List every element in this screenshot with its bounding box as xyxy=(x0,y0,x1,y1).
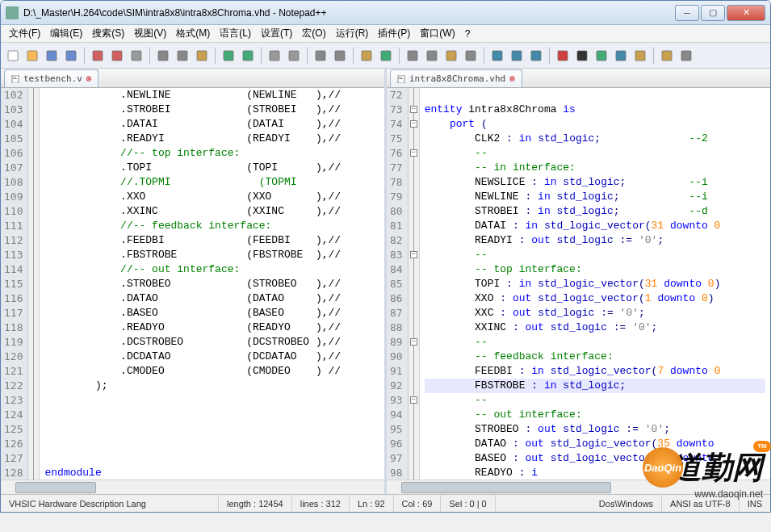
abc-icon[interactable] xyxy=(677,47,695,65)
menu-item[interactable]: 视图(V) xyxy=(129,25,171,42)
menubar: 文件(F)编辑(E)搜索(S)视图(V)格式(M)语言(L)设置(T)宏(O)运… xyxy=(1,25,770,43)
replace-icon[interactable] xyxy=(285,47,303,65)
menu-item[interactable]: 运行(R) xyxy=(331,25,374,42)
svg-rect-14 xyxy=(316,51,325,61)
svg-rect-16 xyxy=(362,51,371,61)
fold-toggle[interactable]: − xyxy=(410,251,417,258)
fold-toggle[interactable]: − xyxy=(410,149,417,157)
svg-rect-10 xyxy=(224,51,233,61)
open-icon[interactable] xyxy=(23,47,41,65)
sync-icon[interactable] xyxy=(358,47,375,65)
menu-item[interactable]: 设置(T) xyxy=(256,25,297,42)
cut-icon[interactable] xyxy=(154,47,172,65)
folder-icon[interactable] xyxy=(442,47,460,65)
status-enc: ANSI as UTF-8 xyxy=(662,495,740,512)
svg-rect-29 xyxy=(635,51,645,61)
fold-column-left[interactable] xyxy=(28,88,40,480)
fold-toggle[interactable]: − xyxy=(410,396,417,404)
status-length: length : 12454 xyxy=(219,495,292,512)
doc-icon[interactable] xyxy=(508,47,526,65)
status-col: Col : 69 xyxy=(394,495,442,512)
rec-icon[interactable] xyxy=(554,47,572,65)
close-button[interactable]: ✕ xyxy=(727,5,765,21)
tab-close-icon[interactable]: ⊗ xyxy=(86,73,92,84)
scroll-thumb[interactable] xyxy=(15,482,96,493)
menu-item[interactable]: 搜索(S) xyxy=(87,25,129,42)
zoomin-icon[interactable] xyxy=(312,47,329,65)
close-icon[interactable] xyxy=(89,47,107,65)
minimize-button[interactable]: ─ xyxy=(675,5,699,21)
zoomout-icon[interactable] xyxy=(331,47,349,65)
ln-icon[interactable] xyxy=(488,47,506,65)
tab-label: testbench.v xyxy=(23,73,82,84)
find-icon[interactable] xyxy=(266,47,283,65)
menu-item[interactable]: 窗口(W) xyxy=(415,25,459,42)
left-pane: testbench.v ⊗ 10210310410510610710810911… xyxy=(1,69,387,494)
line-numbers-left: 1021031041051061071081091101111121131141… xyxy=(1,88,28,480)
save2-icon[interactable] xyxy=(631,47,649,65)
right-pane: intra8x8Chroma.vhd ⊗ 7273747576777879808… xyxy=(387,69,770,494)
copy-icon[interactable] xyxy=(174,47,191,65)
svg-rect-4 xyxy=(93,51,103,61)
tab-testbench[interactable]: testbench.v ⊗ xyxy=(4,69,98,87)
stop-icon[interactable] xyxy=(573,47,591,65)
func-icon[interactable] xyxy=(462,47,480,65)
menu-item[interactable]: 插件(P) xyxy=(373,25,415,42)
paste-icon[interactable] xyxy=(193,47,211,65)
x-icon[interactable] xyxy=(658,47,676,65)
menu-item[interactable]: ? xyxy=(460,27,476,41)
fold-toggle[interactable]: − xyxy=(410,106,417,113)
indent-icon[interactable] xyxy=(423,47,441,65)
tab-intra8x8chroma[interactable]: intra8x8Chroma.vhd ⊗ xyxy=(390,69,522,87)
menu-item[interactable]: 文件(F) xyxy=(4,25,45,42)
editor-right[interactable]: 7273747576777879808182838485868788899091… xyxy=(387,88,770,480)
svg-rect-21 xyxy=(466,51,476,61)
svg-rect-31 xyxy=(681,51,691,61)
menu-item[interactable]: 宏(O) xyxy=(297,25,330,42)
svg-rect-17 xyxy=(381,51,391,61)
svg-rect-12 xyxy=(270,51,279,61)
code-right[interactable]: entity intra8x8Chroma is port ( CLK2 : i… xyxy=(420,88,770,480)
fold-toggle[interactable]: − xyxy=(410,120,417,128)
editor-left[interactable]: 1021031041051061071081091101111121131141… xyxy=(1,88,384,480)
menu-item[interactable]: 格式(M) xyxy=(171,25,215,42)
undo-icon[interactable] xyxy=(220,47,237,65)
redo-icon[interactable] xyxy=(239,47,257,65)
closeall-icon[interactable] xyxy=(108,47,126,65)
svg-rect-13 xyxy=(289,51,299,61)
menu-item[interactable]: 语言(L) xyxy=(215,25,256,42)
maximize-button[interactable]: ▢ xyxy=(701,5,725,21)
status-ln: Ln : 92 xyxy=(350,495,394,512)
status-sel: Sel : 0 | 0 xyxy=(441,495,495,512)
print-icon[interactable] xyxy=(128,47,145,65)
svg-rect-25 xyxy=(558,51,568,61)
showall-icon[interactable] xyxy=(404,47,421,65)
toolbar xyxy=(1,43,770,69)
svg-rect-28 xyxy=(616,51,626,61)
ff-icon[interactable] xyxy=(612,47,630,65)
statusbar: VHSIC Hardware Description Lang length :… xyxy=(1,494,770,512)
code-left[interactable]: .NEWLINE (NEWLINE ),// .STROBEI (STROBEI… xyxy=(40,88,384,480)
tab-close-icon[interactable]: ⊗ xyxy=(509,73,515,84)
play-icon[interactable] xyxy=(593,47,610,65)
svg-rect-23 xyxy=(512,51,522,61)
svg-rect-9 xyxy=(197,51,207,61)
new-icon[interactable] xyxy=(4,47,22,65)
doc2-icon[interactable] xyxy=(527,47,545,65)
svg-rect-5 xyxy=(112,51,122,61)
status-lang: VHSIC Hardware Description Lang xyxy=(1,495,219,512)
svg-rect-33 xyxy=(13,77,16,77)
saveall-icon[interactable] xyxy=(62,47,80,65)
line-numbers-right: 7273747576777879808182838485868788899091… xyxy=(387,88,409,480)
wrap-icon[interactable] xyxy=(377,47,395,65)
hscroll-right[interactable] xyxy=(387,480,770,494)
fold-column-right[interactable]: −−−−−− xyxy=(409,88,420,480)
titlebar[interactable]: D:\_Master\H.264\code\SIM\intra8x8\intra… xyxy=(1,1,770,25)
hscroll-left[interactable] xyxy=(1,480,384,494)
fold-toggle[interactable]: − xyxy=(410,338,417,346)
scroll-thumb[interactable] xyxy=(401,482,611,493)
svg-rect-3 xyxy=(66,51,76,61)
menu-item[interactable]: 编辑(E) xyxy=(45,25,87,42)
svg-rect-7 xyxy=(158,51,168,61)
save-icon[interactable] xyxy=(43,47,61,65)
